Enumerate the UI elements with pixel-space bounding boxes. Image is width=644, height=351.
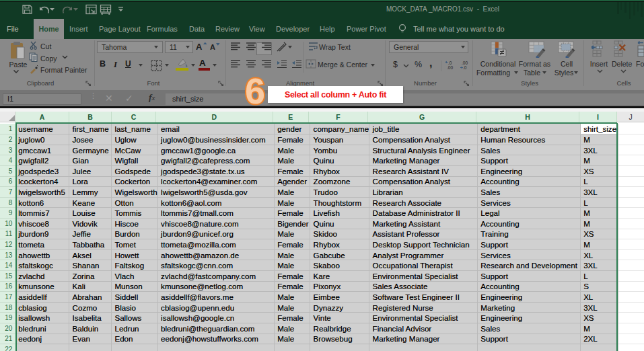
svg-text:.0: .0 [463,65,467,70]
svg-text:.00: .00 [462,61,468,65]
svg-text:.0: .0 [448,61,452,65]
svg-text:.00: .00 [447,65,453,70]
